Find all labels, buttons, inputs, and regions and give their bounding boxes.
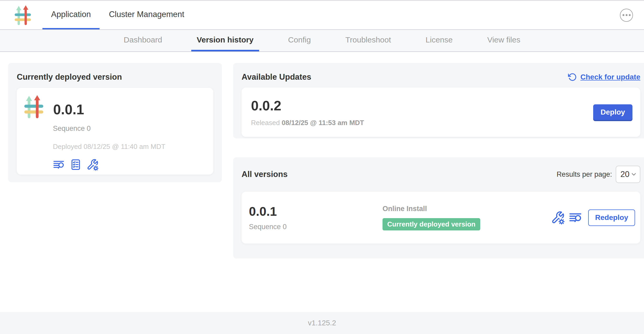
wrench-gear-icon	[86, 159, 99, 171]
version-logs-button[interactable]	[53, 159, 65, 171]
currently-deployed-card: Currently deployed version 0.0.1	[8, 63, 222, 182]
versions-card-title: All versions	[242, 170, 288, 179]
subtab-license-label: License	[425, 35, 452, 44]
subtab-version-history[interactable]: Version history	[191, 30, 259, 51]
tab-cluster-management[interactable]: Cluster Management	[100, 1, 193, 29]
primary-nav: Application Cluster Management	[42, 1, 194, 29]
subtab-version-history-label: Version history	[197, 35, 254, 44]
row-sequence: Sequence 0	[249, 223, 383, 231]
main-header: Application Cluster Management	[0, 1, 644, 29]
version-row: 0.0.1 Sequence 0 Online Install Currentl…	[242, 192, 640, 244]
logs-icon	[53, 159, 65, 171]
currently-deployed-badge: Currently deployed version	[383, 218, 480, 230]
updates-card-title: Available Updates	[242, 72, 311, 82]
tab-application-label: Application	[51, 10, 91, 19]
deploy-button[interactable]: Deploy	[593, 104, 632, 120]
all-versions-card: All versions Results per page: 20 0.0.1 …	[233, 157, 644, 258]
secondary-nav: Dashboard Version history Config Trouble…	[0, 29, 644, 52]
available-update-row: 0.0.2 Released 08/12/25 @ 11:53 am MDT D…	[242, 88, 640, 137]
redeploy-button[interactable]: Redeploy	[588, 209, 635, 226]
subtab-view-files[interactable]: View files	[482, 30, 526, 51]
deployed-version-panel: 0.0.1 Sequence 0 Deployed 08/12/25 @ 11:…	[17, 88, 213, 175]
app-footer: v1.125.2	[0, 312, 644, 334]
logs-icon	[569, 211, 582, 224]
app-logo-arrows-icon	[24, 95, 43, 118]
ellipsis-icon	[623, 14, 624, 16]
subtab-dashboard-label: Dashboard	[124, 35, 162, 44]
chevron-down-icon	[630, 171, 637, 178]
tab-application[interactable]: Application	[42, 1, 100, 29]
deployed-timestamp: Deployed 08/12/25 @ 11:40 am MDT	[53, 143, 206, 151]
content-area: Currently deployed version 0.0.1	[0, 52, 644, 312]
results-per-page: Results per page: 20	[556, 166, 640, 183]
subtab-troubleshoot-label: Troubleshoot	[345, 35, 391, 44]
subtab-dashboard[interactable]: Dashboard	[118, 30, 168, 51]
wrench-gear-icon	[551, 211, 565, 224]
available-updates-card: Available Updates Check for update 0.0.2…	[233, 63, 644, 138]
subtab-view-files-label: View files	[487, 35, 520, 44]
edit-config-button[interactable]	[86, 159, 99, 171]
results-per-page-label: Results per page:	[556, 170, 612, 179]
row-install-type: Online Install	[383, 205, 480, 213]
deployed-actions	[53, 159, 206, 171]
overflow-menu-button[interactable]	[620, 9, 633, 22]
row-version-number: 0.0.1	[249, 204, 383, 219]
update-released-timestamp: Released 08/12/25 @ 11:53 am MDT	[251, 119, 364, 127]
version-logs-button[interactable]	[569, 211, 582, 224]
preflight-checks-button[interactable]	[70, 159, 82, 171]
app-window: Application Cluster Management Dashboard…	[0, 0, 644, 334]
tab-cluster-management-label: Cluster Management	[109, 10, 184, 19]
update-version-number: 0.0.2	[251, 98, 364, 114]
subtab-config-label: Config	[288, 35, 311, 44]
edit-config-button[interactable]	[551, 211, 565, 224]
subtab-troubleshoot[interactable]: Troubleshoot	[340, 30, 396, 51]
preflight-checklist-icon	[70, 159, 82, 171]
deployed-version-number: 0.0.1	[53, 101, 84, 117]
subtab-license[interactable]: License	[420, 30, 458, 51]
deployed-sequence: Sequence 0	[53, 125, 206, 133]
subtab-config[interactable]: Config	[283, 30, 316, 51]
results-per-page-select[interactable]: 20	[616, 166, 640, 183]
check-for-update-link[interactable]: Check for update	[568, 73, 640, 82]
deployed-card-title: Currently deployed version	[17, 72, 213, 82]
row-actions: Redeploy	[551, 209, 635, 226]
app-logo-arrows-icon	[15, 5, 31, 25]
console-version: v1.125.2	[308, 319, 336, 327]
rotate-ccw-icon	[568, 73, 577, 82]
